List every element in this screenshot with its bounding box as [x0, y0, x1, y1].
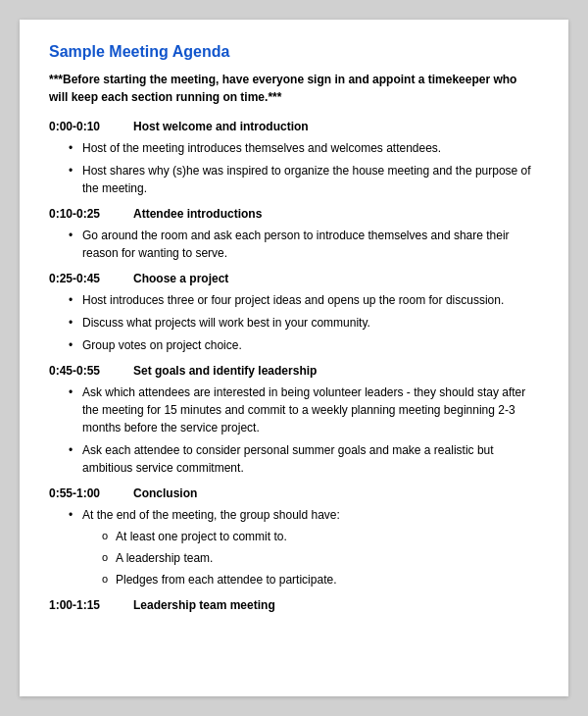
section-header: 0:25-0:45Choose a project: [49, 272, 539, 285]
section-header: 1:00-1:15Leadership team meeting: [49, 598, 539, 612]
agenda-section: 0:45-0:55Set goals and identify leadersh…: [49, 364, 539, 477]
intro-note: ***Before starting the meeting, have eve…: [49, 71, 539, 106]
agenda-section: 1:00-1:15Leadership team meeting: [49, 598, 539, 612]
list-item: Go around the room and ask each person t…: [69, 227, 539, 262]
section-time: 1:00-1:15: [49, 598, 118, 612]
agenda-section: 0:55-1:00ConclusionAt the end of the mee…: [49, 486, 539, 588]
section-time: 0:25-0:45: [49, 272, 118, 285]
document-page: Sample Meeting Agenda ***Before starting…: [20, 20, 568, 696]
list-item: Ask each attendee to consider personal s…: [69, 441, 539, 477]
section-title: Conclusion: [133, 486, 197, 500]
list-item: Pledges from each attendee to participat…: [102, 571, 539, 588]
bullet-list: Host introduces three or four project id…: [49, 291, 539, 354]
list-item: Ask which attendees are interested in be…: [69, 384, 539, 436]
section-title: Set goals and identify leadership: [133, 364, 317, 378]
agenda-section: 0:00-0:10Host welcome and introductionHo…: [49, 120, 539, 197]
section-time: 0:00-0:10: [49, 120, 118, 133]
page-title: Sample Meeting Agenda: [49, 43, 539, 61]
section-title: Attendee introductions: [133, 207, 262, 221]
list-item: At least one project to commit to.: [102, 528, 539, 545]
bullet-list: At the end of the meeting, the group sho…: [49, 506, 539, 588]
section-title: Host welcome and introduction: [133, 120, 309, 133]
section-title: Leadership team meeting: [133, 598, 275, 612]
bullet-list: Go around the room and ask each person t…: [49, 227, 539, 262]
list-item: Host of the meeting introduces themselve…: [69, 139, 539, 157]
section-title: Choose a project: [133, 272, 228, 285]
section-header: 0:10-0:25Attendee introductions: [49, 207, 539, 221]
list-item: Discuss what projects will work best in …: [69, 314, 539, 332]
list-item: Host introduces three or four project id…: [69, 291, 539, 309]
section-time: 0:55-1:00: [49, 486, 118, 500]
list-item: A leadership team.: [102, 549, 539, 567]
sections-container: 0:00-0:10Host welcome and introductionHo…: [49, 120, 539, 612]
list-item: Group votes on project choice.: [69, 336, 539, 354]
bullet-list: Host of the meeting introduces themselve…: [49, 139, 539, 197]
section-header: 0:55-1:00Conclusion: [49, 486, 539, 500]
sub-bullet-list: At least one project to commit to.A lead…: [82, 528, 539, 588]
agenda-section: 0:25-0:45Choose a projectHost introduces…: [49, 272, 539, 354]
list-item: At the end of the meeting, the group sho…: [69, 506, 539, 588]
section-time: 0:45-0:55: [49, 364, 118, 378]
section-header: 0:45-0:55Set goals and identify leadersh…: [49, 364, 539, 378]
section-time: 0:10-0:25: [49, 207, 118, 221]
bullet-list: Ask which attendees are interested in be…: [49, 384, 539, 477]
agenda-section: 0:10-0:25Attendee introductionsGo around…: [49, 207, 539, 262]
section-header: 0:00-0:10Host welcome and introduction: [49, 120, 539, 133]
list-item: Host shares why (s)he was inspired to or…: [69, 162, 539, 197]
